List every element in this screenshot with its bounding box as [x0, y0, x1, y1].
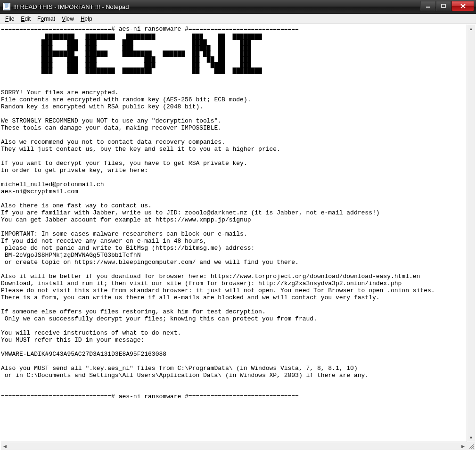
ascii-art-logo: ████████ ████████ ████████ ███ ██ ██████… — [1, 34, 467, 74]
vertical-scrollbar[interactable]: ▲ ▼ — [467, 25, 475, 442]
doc-line: IMPORTANT: In some cases malware researc… — [1, 230, 247, 238]
menu-format[interactable]: Format — [34, 15, 58, 23]
doc-line: BM-2cVgoJS8HPMkjzgDMVNAGg5TG3bb1TcfhN — [1, 252, 140, 259]
doc-line: Also we recommend you not to contact dat… — [1, 139, 225, 146]
doc-line: You MUST refer this ID in your message: — [1, 336, 144, 344]
doc-line: We STRONGLY RECOMMEND you NOT to use any… — [1, 117, 222, 124]
scroll-up-icon[interactable]: ▲ — [467, 25, 475, 33]
doc-line: SORRY! Your files are encrypted. — [1, 89, 119, 96]
window-buttons — [420, 1, 474, 10]
doc-line: or in C:\Documents and Settings\All User… — [1, 372, 369, 379]
menu-edit[interactable]: Edit — [17, 15, 34, 23]
menu-file[interactable]: File — [2, 15, 17, 23]
doc-line: If you did not receive any answer on e-m… — [1, 238, 207, 245]
doc-id: VMWARE-LADIK#9C43A95AC27D3A131D3E8A95F21… — [1, 351, 166, 358]
notepad-window: !!! READ THIS - IMPORTANT !!! - Notepad … — [0, 0, 476, 451]
scroll-left-icon[interactable]: ◀ — [1, 442, 9, 450]
doc-line: These tools can damage your data, making… — [1, 124, 222, 131]
doc-line: Only we can successfully decrypt your fi… — [1, 315, 317, 322]
doc-line: Random key is encrypted with RSA public … — [1, 103, 203, 110]
doc-line: If someone else offers you files restori… — [1, 308, 266, 315]
client-area: ==============================# aes-ni r… — [0, 24, 476, 451]
doc-email: aes-ni@scryptmail.com — [1, 188, 78, 195]
menu-view[interactable]: View — [58, 15, 77, 23]
svg-rect-6 — [442, 4, 445, 8]
resize-grip[interactable] — [467, 442, 475, 450]
menubar: File Edit Format View Help — [0, 14, 476, 24]
doc-line: please do not panic and write to BitMsg … — [1, 245, 254, 252]
notepad-icon — [3, 3, 10, 10]
doc-line: Also you MUST send all ".key.aes_ni" fil… — [1, 365, 358, 372]
doc-line: If you want to decrypt your files, you h… — [1, 160, 247, 167]
maximize-button[interactable] — [436, 1, 451, 11]
doc-line: There is a form, you can write us there … — [1, 294, 380, 301]
doc-line: File contents are encrypted with random … — [1, 96, 251, 103]
doc-line: Also there is one fast way to contact us… — [1, 202, 152, 209]
doc-line: Download, install and run it; then visit… — [1, 280, 402, 287]
horizontal-scrollbar[interactable]: ◀ ▶ — [1, 442, 467, 450]
doc-line: If you are familiar with Jabber, write u… — [1, 209, 380, 216]
doc-line: You can get Jabber account for example a… — [1, 216, 251, 223]
doc-header-rule: ==============================# aes-ni r… — [1, 25, 299, 33]
doc-line: or create topic on https://www.bleepingc… — [1, 259, 299, 266]
window-title: !!! READ THIS - IMPORTANT !!! - Notepad — [13, 3, 420, 10]
scroll-right-icon[interactable]: ▶ — [459, 442, 467, 450]
doc-line: In order to get private key, write here: — [1, 167, 148, 174]
text-area[interactable]: ==============================# aes-ni r… — [1, 25, 467, 442]
doc-footer-rule: ==============================# aes-ni r… — [1, 393, 299, 400]
scroll-down-icon[interactable]: ▼ — [467, 434, 475, 442]
doc-line: Please do not visit this site from stand… — [1, 287, 435, 294]
minimize-button[interactable] — [420, 1, 435, 11]
menu-help[interactable]: Help — [77, 15, 96, 23]
doc-line: Also it will be better if you download T… — [1, 273, 420, 280]
doc-line: They will just contact us, buy the key a… — [1, 146, 280, 153]
doc-line: You will receive instructions of what to… — [1, 329, 181, 336]
close-button[interactable] — [451, 1, 474, 11]
titlebar[interactable]: !!! READ THIS - IMPORTANT !!! - Notepad — [0, 0, 476, 14]
doc-email: michell_nulled@protonmail.ch — [1, 181, 104, 188]
